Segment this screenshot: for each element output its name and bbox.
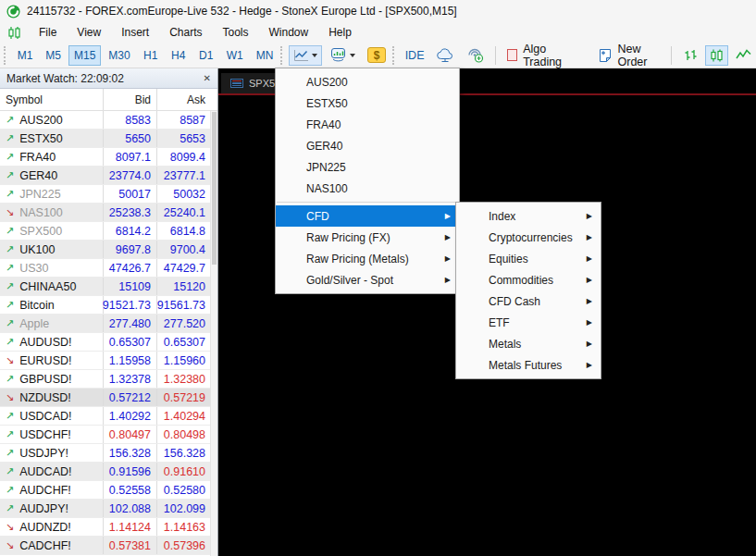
submenu-item-cfd-cash[interactable]: CFD Cash▶: [456, 290, 601, 312]
submenu-item-commodities[interactable]: Commodities▶: [456, 269, 601, 290]
toolbar-grip[interactable]: [280, 46, 284, 65]
menu-item-jpn225[interactable]: JPN225: [276, 156, 459, 178]
menu-view[interactable]: View: [67, 23, 111, 42]
ide-button[interactable]: IDE: [401, 45, 429, 66]
market-watch-row[interactable]: ↗USDCAD!1.402921.40294: [0, 407, 217, 426]
menu-item-nas100[interactable]: NAS100: [276, 178, 459, 199]
market-watch-row[interactable]: ↗AUDJPY!102.088102.099: [0, 500, 217, 518]
symbol-cell: ↗USDJPY!: [0, 444, 104, 462]
mt5-window: 24115732 - FOREX.comEurope-Live 532 - He…: [0, 0, 756, 556]
market-watch-row[interactable]: ↘NAS10025238.325240.1: [0, 204, 217, 222]
menu-item-estx50[interactable]: ESTX50: [276, 93, 459, 114]
market-watch-row[interactable]: ↗USDCHF!0.804970.80498: [0, 426, 217, 444]
market-watch-row[interactable]: ↗GER4023774.023777.1: [0, 167, 217, 185]
menu-charts[interactable]: Charts: [159, 23, 212, 42]
menu-item-aus200[interactable]: AUS200: [276, 71, 459, 93]
symbols-dropdown-menu: AUS200ESTX50FRA40GER40JPN225NAS100CFD▶Ra…: [275, 68, 460, 294]
timeframe-button-h1[interactable]: H1: [138, 45, 164, 66]
submenu-item-metals[interactable]: Metals▶: [456, 333, 601, 354]
toolbar-grip[interactable]: [4, 46, 7, 65]
chart-window-icon[interactable]: [7, 26, 21, 40]
market-watch-row[interactable]: ↗CHINAA501510915120: [0, 278, 217, 296]
market-watch-row[interactable]: ↗AUDCHF!0.525580.52580: [0, 481, 217, 500]
submenu-item-etf[interactable]: ETF▶: [456, 312, 601, 333]
column-header-bid[interactable]: Bid: [104, 89, 157, 110]
symbol-name: Bitcoin: [19, 299, 55, 312]
cloud-button[interactable]: [431, 45, 459, 66]
market-watch-row[interactable]: ↗ESTX5056505653: [0, 130, 217, 148]
market-watch-row[interactable]: ↗FRA408097.18099.4: [0, 148, 217, 167]
symbol-cell: ↗AUDJPY!: [0, 500, 104, 517]
ask-value: 0.91610: [157, 463, 211, 480]
timeframe-button-m30[interactable]: M30: [103, 45, 135, 66]
market-watch-row[interactable]: ↗AUDUSD!0.653070.65307: [0, 333, 217, 352]
submenu-item-index[interactable]: Index▶: [456, 205, 601, 227]
candlestick-mode-button[interactable]: [705, 45, 728, 66]
symbol-cell: ↗US30: [0, 259, 104, 277]
menu-item-ger40[interactable]: GER40: [276, 135, 459, 156]
timeframe-button-w1[interactable]: W1: [221, 45, 249, 66]
market-watch-row[interactable]: ↗SPX5006814.26814.8: [0, 222, 217, 241]
market-watch-row[interactable]: ↗GBPUSD!1.323781.32380: [0, 370, 217, 389]
search-community-button[interactable]: [462, 45, 489, 66]
symbol-cell: ↗ESTX50: [0, 130, 104, 147]
menu-item-raw-pricing-fx-[interactable]: Raw Pricing (FX)▶: [276, 227, 459, 248]
line-chart-mode-button[interactable]: [731, 45, 756, 66]
market-watch-row[interactable]: ↘CADCHF!0.573810.57396: [0, 537, 217, 555]
market-watch-row[interactable]: ↘NZDUSD!0.572120.57219: [0, 389, 217, 407]
column-header-ask[interactable]: Ask: [157, 89, 211, 110]
timeframe-button-m1[interactable]: M1: [12, 45, 39, 66]
scrollbar[interactable]: [210, 111, 217, 556]
menu-tools[interactable]: Tools: [213, 23, 259, 42]
market-watch-row[interactable]: ↘EURUSD!1.159581.15960: [0, 352, 217, 370]
menu-help[interactable]: Help: [318, 23, 362, 42]
menu-file[interactable]: File: [29, 23, 67, 42]
symbol-cell: ↘NZDUSD!: [0, 389, 104, 406]
app-logo-icon[interactable]: [6, 5, 20, 19]
toolbar-grip[interactable]: [392, 46, 396, 65]
bid-value: 0.65307: [104, 333, 157, 351]
ask-value: 102.099: [157, 500, 211, 517]
menu-item-raw-pricing-metals-[interactable]: Raw Pricing (Metals)▶: [276, 248, 459, 269]
market-watch-row[interactable]: ↗Bitcoin91521.7391561.73: [0, 296, 217, 315]
column-header-symbol[interactable]: Symbol: [0, 89, 104, 110]
market-watch-row[interactable]: ↗US3047426.747429.7: [0, 259, 217, 278]
submenu-item-cryptocurrencies[interactable]: Cryptocurrencies▶: [456, 227, 601, 248]
close-icon[interactable]: ✕: [204, 73, 211, 83]
menu-bar: FileViewInsertChartsToolsWindowHelp: [0, 22, 756, 43]
algo-trading-button[interactable]: Algo Trading: [502, 45, 579, 66]
dollar-button[interactable]: $: [363, 45, 390, 66]
candlestick-icon: [710, 48, 724, 63]
scrollbar-thumb[interactable]: [212, 112, 217, 265]
market-watch-row[interactable]: ↗JPN2255001750032: [0, 185, 217, 204]
timeframe-button-m15[interactable]: M15: [68, 45, 101, 66]
market-watch-row[interactable]: ↗UK1009697.89700.4: [0, 241, 217, 259]
new-order-icon: [598, 48, 613, 63]
symbol-name: JPN225: [19, 188, 60, 201]
timeframe-button-d1[interactable]: D1: [193, 45, 219, 66]
submenu-item-equities[interactable]: Equities▶: [456, 248, 601, 269]
market-depth-dropdown-button[interactable]: [325, 45, 360, 66]
menu-insert[interactable]: Insert: [111, 23, 159, 42]
symbol-cell: ↘EURUSD!: [0, 352, 104, 369]
market-watch-row[interactable]: ↗AUDCAD!0.915960.91610: [0, 463, 217, 481]
market-watch-row[interactable]: ↗USDJPY!156.328156.328: [0, 444, 217, 463]
menu-item-fra40[interactable]: FRA40: [276, 114, 459, 135]
new-order-button[interactable]: New Order: [593, 45, 665, 66]
timeframe-button-m5[interactable]: M5: [40, 45, 67, 66]
market-watch-row[interactable]: ↘AUDNZD!1.141241.14163: [0, 518, 217, 537]
bar-chart-mode-button[interactable]: [678, 45, 702, 66]
symbol-cell: ↗AUDCAD!: [0, 463, 104, 480]
submenu-item-metals-futures[interactable]: Metals Futures▶: [456, 354, 601, 376]
timeframe-button-mn[interactable]: MN: [251, 45, 279, 66]
menu-item-cfd[interactable]: CFD▶: [276, 205, 459, 227]
symbol-name: USDJPY!: [19, 447, 68, 460]
market-watch-row[interactable]: ↗Apple277.480277.520: [0, 315, 217, 333]
menu-item-gold-silver-spot[interactable]: Gold/Silver - Spot▶: [276, 269, 459, 290]
timeframe-button-h4[interactable]: H4: [166, 45, 192, 66]
chart-type-dropdown-button[interactable]: [289, 45, 322, 66]
chart-mode-group: [678, 45, 756, 66]
menu-window[interactable]: Window: [259, 23, 319, 42]
bid-value: 9697.8: [104, 241, 157, 258]
market-watch-row[interactable]: ↗AUS20085838587: [0, 111, 217, 130]
